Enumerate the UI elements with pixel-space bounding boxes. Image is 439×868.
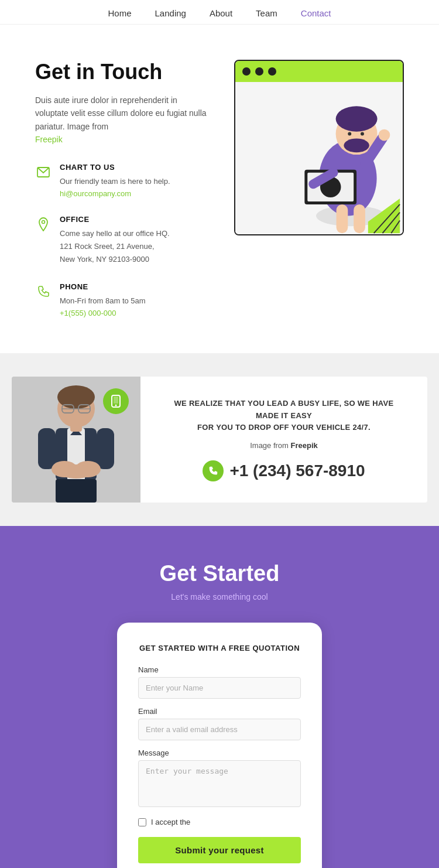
message-label: Message: [138, 749, 301, 757]
browser-dot-3: [268, 67, 276, 76]
svg-rect-39: [70, 425, 82, 432]
name-input[interactable]: [138, 677, 301, 699]
nav-home[interactable]: Home: [108, 8, 132, 18]
form-card: GET STARTED WITH A FREE QUOTATION Name E…: [117, 623, 322, 868]
phone-title: PHONE: [60, 282, 146, 291]
email-title: CHART TO US: [60, 163, 170, 172]
email-label: Email: [138, 707, 301, 716]
banner-text-side: WE REALIZE THAT YOU LEAD A BUSY LIFE, SO…: [140, 380, 427, 499]
contact-left: Get in Touch Duis aute irure dolor in re…: [35, 60, 211, 318]
svg-point-6: [336, 106, 378, 131]
main-nav: Home Landing About Team Contact: [0, 0, 439, 25]
svg-rect-21: [354, 204, 365, 233]
svg-point-1: [42, 220, 45, 223]
office-title: OFFICE: [60, 215, 170, 224]
nav-contact[interactable]: Contact: [301, 8, 331, 18]
svg-rect-20: [337, 204, 348, 233]
phone-badge: [103, 388, 129, 414]
browser-dot-1: [242, 67, 251, 76]
svg-point-38: [59, 464, 94, 479]
phone-icon: [35, 283, 52, 300]
phone-hours: Mon-Fri from 8am to 5am: [60, 295, 146, 307]
phone-link[interactable]: +1(555) 000-000: [60, 309, 116, 317]
contact-section: Get in Touch Duis aute irure dolor in re…: [0, 25, 439, 353]
checkbox-label: I accept the: [151, 818, 190, 826]
svg-rect-40: [56, 479, 97, 503]
contact-item-email: CHART TO US Our friendly team is here to…: [35, 163, 211, 199]
browser-dot-2: [255, 67, 263, 76]
browser-content: [235, 82, 403, 234]
svg-point-7: [344, 138, 369, 152]
banner-phone: +1 (234) 567-8910: [164, 460, 404, 481]
office-text: Come say hello at our office HQ. 121 Roc…: [60, 227, 170, 266]
contact-item-phone: PHONE Mon-Fri from 8am to 5am +1(555) 00…: [35, 282, 211, 318]
email-link[interactable]: hi@ourcompany.com: [60, 189, 131, 198]
svg-point-24: [115, 405, 117, 406]
svg-point-8: [348, 132, 351, 136]
email-icon: [35, 164, 52, 180]
svg-rect-35: [97, 428, 114, 469]
svg-rect-23: [114, 397, 118, 404]
person-illustration: [235, 82, 403, 234]
browser-bar: [235, 61, 403, 82]
banner-phone-number: +1 (234) 567-8910: [229, 462, 365, 480]
contact-item-office: OFFICE Come say hello at our office HQ. …: [35, 215, 211, 266]
email-input[interactable]: [138, 719, 301, 740]
banner-image: [12, 377, 140, 503]
banner-section: WE REALIZE THAT YOU LEAD A BUSY LIFE, SO…: [0, 353, 439, 526]
email-text: Our friendly team is here to help.: [60, 175, 170, 188]
freepik-link[interactable]: Freepik: [35, 135, 63, 144]
office-icon: [35, 216, 52, 233]
svg-rect-34: [38, 428, 56, 469]
accept-checkbox[interactable]: [138, 818, 146, 826]
banner-tagline: WE REALIZE THAT YOU LEAD A BUSY LIFE, SO…: [164, 398, 404, 434]
banner-source: Image from Freepik: [164, 441, 404, 450]
get-started-section: Get Started Let's make something cool GE…: [0, 526, 439, 868]
email-group: Email: [138, 707, 301, 740]
contact-intro: Duis aute irure dolor in reprehenderit i…: [35, 94, 211, 146]
nav-landing[interactable]: Landing: [155, 8, 186, 18]
banner-inner: WE REALIZE THAT YOU LEAD A BUSY LIFE, SO…: [12, 377, 427, 503]
get-started-subtitle: Let's make something cool: [171, 592, 267, 602]
browser-mockup: [234, 60, 404, 235]
banner-phone-icon: [203, 460, 224, 481]
submit-button[interactable]: Submit your request: [138, 837, 301, 863]
checkbox-row: I accept the: [138, 818, 301, 826]
name-label: Name: [138, 665, 301, 674]
contact-heading: Get in Touch: [35, 60, 211, 84]
svg-point-9: [361, 132, 364, 136]
nav-team[interactable]: Team: [256, 8, 277, 18]
name-group: Name: [138, 665, 301, 699]
get-started-title: Get Started: [160, 561, 280, 586]
contact-items: CHART TO US Our friendly team is here to…: [35, 163, 211, 318]
svg-point-11: [379, 129, 390, 141]
form-card-title: GET STARTED WITH A FREE QUOTATION: [138, 644, 301, 652]
message-group: Message: [138, 749, 301, 809]
nav-about[interactable]: About: [210, 8, 232, 18]
message-textarea[interactable]: [138, 760, 301, 807]
contact-illustration: [234, 60, 404, 235]
